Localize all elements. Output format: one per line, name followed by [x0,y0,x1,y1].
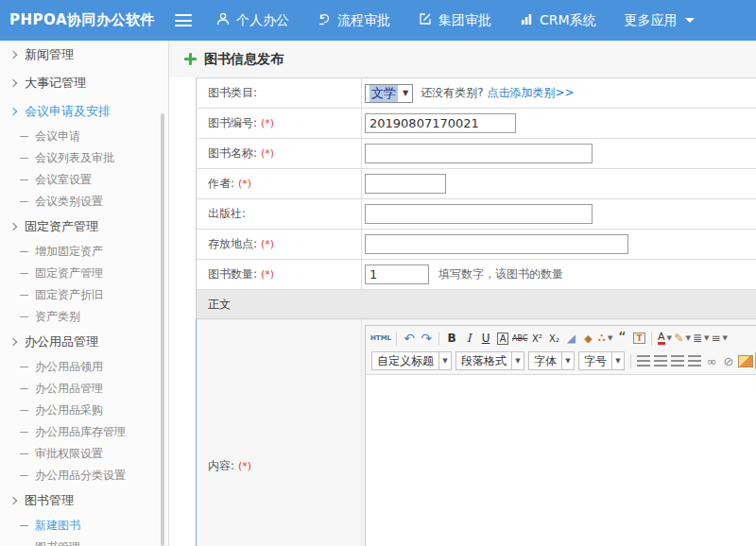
category-select[interactable]: 文学 ▼ [365,84,413,103]
font-color-button[interactable]: A▼ [657,330,672,347]
format-painter-icon[interactable]: ∴▼ [597,330,612,347]
sidebar-scrollbar[interactable] [161,113,164,546]
form-row-location: 存放地点:(*) [197,230,756,260]
quantity-note: 填写数字，该图书的数量 [438,266,563,282]
quantity-label: 图书数量: [208,266,257,282]
paste-icon[interactable]: T [633,333,644,344]
book-code-input[interactable] [365,113,516,133]
sidebar-item-meeting[interactable]: 会议申请及安排 [0,97,168,126]
location-input[interactable] [365,234,628,254]
menu-more-apps[interactable]: 更多应用 [625,12,695,29]
add-category-link[interactable]: 点击添加类别>> [488,85,575,101]
strikethrough-button[interactable]: ABC [512,330,527,347]
sidebar-item-asset-manage[interactable]: 固定资产管理 [0,263,168,284]
sidebar-item-supplies-purchase[interactable]: 办公用品采购 [0,400,168,421]
menu-group-approval[interactable]: 集团审批 [419,12,491,29]
person-icon [216,12,236,28]
sidebar-item-book-manage[interactable]: 图书管理 [0,537,168,546]
sidebar-item-memorabilia[interactable]: 大事记管理 [0,69,168,97]
font-family-select[interactable]: 字体▼ [528,351,575,370]
superscript-button[interactable]: X² [529,330,544,347]
toolbar-separator [396,332,397,346]
sidebar-item-meeting-room[interactable]: 会议室设置 [0,169,168,191]
category-hint: 还没有类别? [421,85,483,101]
book-form: 图书类目: 文学 ▼ 还没有类别? 点击添加类别>> 图书编号:(*) 图书名称… [196,77,756,290]
unlink-icon[interactable]: ⊘ [721,352,736,369]
plus-icon [184,53,197,65]
caret-down-icon: ▼ [722,334,727,342]
align-right-icon [671,355,684,367]
clean-format-icon[interactable]: ◆ [580,330,595,347]
editor-toolbar-row-2: 自定义标题▼ 段落格式▼ 字体▼ 字号▼ ∞ ⊘ [369,350,756,372]
font-size-select[interactable]: 字号▼ [578,351,625,370]
sidebar-item-add-asset[interactable]: 增加固定资产 [0,241,168,263]
paragraph-select[interactable]: 段落格式▼ [455,351,524,370]
sidebar-item-news[interactable]: 新闻管理 [0,41,168,69]
select-arrow-icon: ▼ [403,89,408,97]
caret-down-icon: ▼ [561,352,574,369]
redo-icon[interactable]: ↷ [419,330,434,347]
ordered-list-button[interactable]: ≣▼ [693,330,709,347]
dash-icon [20,367,28,367]
eraser-icon[interactable]: ◢ [563,330,578,347]
caret-down-icon: ▼ [438,352,451,369]
page-header: 图书信息发布 [169,41,756,77]
unordered-list-button[interactable]: ≡▼ [711,330,727,347]
menu-crm-system[interactable]: CRM系统 [520,12,596,29]
caret-down-icon: ▼ [667,334,672,342]
publisher-input[interactable] [365,204,593,224]
bold-button[interactable]: B [444,330,459,347]
html-source-button[interactable]: HTML [370,330,391,347]
sidebar-item-fixed-assets[interactable]: 固定资产管理 [0,213,168,241]
required-mark: (*) [261,117,274,129]
blockquote-icon[interactable]: “ [614,330,629,347]
dash-icon [20,136,28,137]
menu-workflow-approval[interactable]: 流程审批 [318,12,390,29]
sidebar-item-new-book[interactable]: 新建图书 [0,515,168,537]
editor-toolbar-row-1: HTML ↶ ↷ B I U A ABC X² X₂ ◢ ◆ [369,328,756,349]
font-border-button[interactable]: A [497,333,509,345]
dash-icon [20,475,28,476]
justify-icon [688,355,701,367]
menu-toggle-icon[interactable] [175,14,192,26]
align-left-button[interactable] [636,352,651,369]
sidebar-item-books[interactable]: 图书管理 [0,486,168,515]
underline-button[interactable]: U [478,330,493,347]
category-label: 图书类目: [208,85,257,101]
sidebar-item-asset-depreciation[interactable]: 固定资产折旧 [0,284,168,306]
sidebar-item-supplies-stock[interactable]: 办公用品库存管理 [0,421,168,443]
author-input[interactable] [365,174,446,194]
link-icon[interactable]: ∞ [704,352,719,369]
align-center-icon [654,355,667,367]
heading-select[interactable]: 自定义标题▼ [371,351,452,370]
sidebar-item-meeting-apply[interactable]: 会议申请 [0,126,168,147]
quantity-input[interactable] [365,264,429,284]
editor-content-area[interactable] [366,375,756,546]
align-center-button[interactable] [653,352,668,369]
menu-personal-office[interactable]: 个人办公 [216,12,289,29]
chevron-right-icon [9,223,17,230]
dash-icon [20,453,28,454]
highlight-pen-icon[interactable]: ✎▼ [674,330,690,347]
sidebar-item-office-supplies[interactable]: 办公用品管理 [0,328,168,356]
required-mark: (*) [261,238,274,250]
undo-icon[interactable]: ↶ [402,330,417,347]
subscript-button[interactable]: X₂ [546,330,561,347]
justify-button[interactable] [687,352,702,369]
sidebar-item-meeting-category[interactable]: 会议类别设置 [0,191,168,213]
sidebar-item-approval-permission[interactable]: 审批权限设置 [0,443,168,465]
sidebar-item-meeting-list[interactable]: 会议列表及审批 [0,147,168,169]
sidebar-item-supplies-category[interactable]: 办公用品分类设置 [0,465,168,486]
sidebar-item-asset-category[interactable]: 资产类别 [0,306,168,328]
editor-wrap: HTML ↶ ↷ B I U A ABC X² X₂ ◢ ◆ [362,319,756,546]
sidebar-navigation: 新闻管理 大事记管理 会议申请及安排 会议申请 会议列表及审批 会议室设置 会议… [0,41,169,546]
italic-button[interactable]: I [461,330,476,347]
author-label: 作者: [208,176,234,192]
sidebar-item-supplies-manage[interactable]: 办公用品管理 [0,378,168,400]
chevron-right-icon [9,338,17,346]
sidebar-item-supplies-claim[interactable]: 办公用品领用 [0,356,168,378]
align-right-button[interactable] [670,352,685,369]
insert-image-button[interactable] [738,352,753,369]
form-row-publisher: 出版社: [197,199,756,230]
book-name-input[interactable] [365,144,593,163]
